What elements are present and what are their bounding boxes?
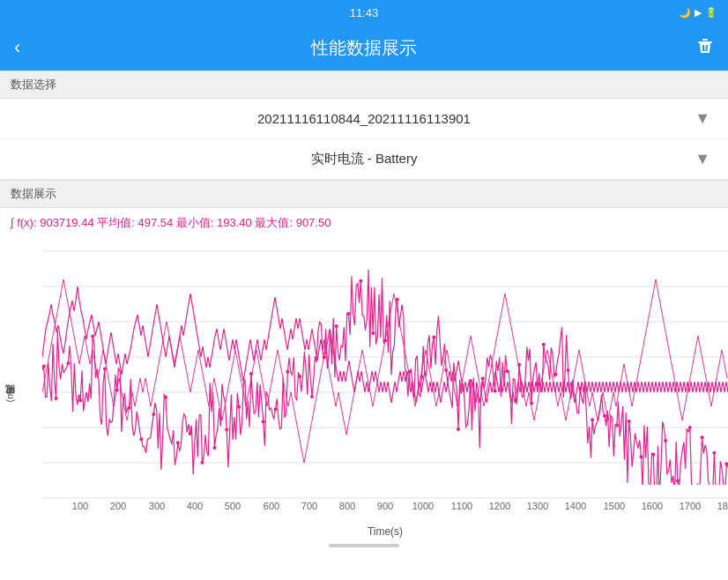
svg-point-53 xyxy=(237,405,241,409)
svg-rect-0 xyxy=(698,41,712,43)
svg-point-56 xyxy=(274,407,278,411)
scroll-indicator xyxy=(0,538,728,554)
svg-point-68 xyxy=(420,376,424,379)
svg-point-59 xyxy=(310,395,314,398)
svg-point-39 xyxy=(66,361,70,365)
svg-point-65 xyxy=(383,338,387,342)
wifi-icon: ▶ xyxy=(695,7,702,19)
svg-point-91 xyxy=(701,435,704,439)
dataset-dropdown[interactable]: 20211116110844_20211116113901 ▼ xyxy=(0,99,728,139)
svg-point-63 xyxy=(359,279,362,283)
dropdown1-arrow-icon: ▼ xyxy=(695,109,710,128)
svg-point-87 xyxy=(651,453,655,457)
svg-point-66 xyxy=(396,298,399,301)
svg-point-46 xyxy=(152,413,155,416)
svg-text:500: 500 xyxy=(225,501,241,511)
svg-point-45 xyxy=(139,437,143,441)
status-time: 11:43 xyxy=(350,6,379,19)
svg-point-49 xyxy=(189,432,192,435)
svg-point-79 xyxy=(554,373,558,376)
svg-point-92 xyxy=(712,451,716,455)
page-title: 性能数据展示 xyxy=(311,36,417,60)
stats-row: ∫ f(x): 903719.44 平均值: 497.54 最小值: 193.4… xyxy=(0,208,728,238)
svg-point-72 xyxy=(469,379,472,383)
dropdown2-arrow-icon: ▼ xyxy=(695,150,710,168)
svg-point-44 xyxy=(128,406,131,410)
delete-button[interactable] xyxy=(696,37,714,59)
svg-point-74 xyxy=(494,390,497,393)
svg-point-81 xyxy=(578,387,582,390)
data-display-section-label: 数据展示 xyxy=(0,180,728,208)
svg-point-73 xyxy=(481,376,485,380)
svg-point-48 xyxy=(176,441,180,444)
svg-point-90 xyxy=(688,426,692,429)
svg-point-37 xyxy=(42,365,46,368)
svg-point-55 xyxy=(262,420,265,424)
svg-point-38 xyxy=(55,397,58,400)
svg-point-83 xyxy=(603,414,606,418)
battery-icon: 🔋 xyxy=(705,7,717,19)
svg-point-52 xyxy=(225,428,228,432)
x-axis-label: Time(s) xyxy=(42,524,728,538)
svg-text:100: 100 xyxy=(72,501,88,511)
svg-text:1100: 1100 xyxy=(451,501,472,511)
svg-point-80 xyxy=(567,368,570,372)
chart-container: 实时电流(m) 900 800 700 600 500 400 300 200 xyxy=(0,238,728,538)
svg-point-64 xyxy=(371,331,375,335)
svg-text:1700: 1700 xyxy=(680,501,701,511)
svg-point-50 xyxy=(201,461,204,465)
back-button[interactable]: ‹ xyxy=(14,36,20,59)
y-axis-label: 实时电流(m) xyxy=(4,388,17,403)
status-icons: 🌙 ▶ 🔋 xyxy=(679,7,717,19)
svg-text:200: 200 xyxy=(110,501,126,511)
svg-point-77 xyxy=(530,402,533,405)
svg-point-58 xyxy=(298,375,301,378)
svg-point-82 xyxy=(591,418,594,421)
svg-point-51 xyxy=(212,446,216,450)
svg-point-70 xyxy=(444,368,448,372)
svg-point-47 xyxy=(164,396,167,399)
svg-point-89 xyxy=(676,480,680,483)
svg-rect-1 xyxy=(702,39,708,41)
svg-text:1200: 1200 xyxy=(489,501,510,511)
data-select-section-label: 数据选择 xyxy=(0,71,728,99)
svg-text:600: 600 xyxy=(264,501,279,511)
svg-point-61 xyxy=(335,324,338,328)
svg-point-54 xyxy=(249,372,253,376)
svg-point-85 xyxy=(628,420,631,423)
svg-point-76 xyxy=(517,363,521,367)
scroll-bar[interactable] xyxy=(329,544,399,547)
svg-point-75 xyxy=(505,369,509,373)
svg-point-62 xyxy=(347,312,351,316)
chart-svg: 900 800 700 600 500 400 300 200 100 200 … xyxy=(42,238,728,511)
status-bar: 11:43 🌙 ▶ 🔋 xyxy=(0,0,728,25)
svg-point-67 xyxy=(408,370,412,374)
svg-point-57 xyxy=(286,370,289,374)
svg-point-84 xyxy=(615,424,619,428)
svg-point-88 xyxy=(664,439,667,442)
svg-text:1300: 1300 xyxy=(527,501,548,511)
svg-point-71 xyxy=(457,428,460,431)
svg-text:400: 400 xyxy=(187,501,203,511)
svg-point-69 xyxy=(432,336,435,339)
svg-text:700: 700 xyxy=(301,501,317,511)
svg-point-43 xyxy=(115,389,119,392)
svg-text:800: 800 xyxy=(339,501,355,511)
svg-text:1500: 1500 xyxy=(604,501,625,511)
svg-text:1400: 1400 xyxy=(565,501,586,511)
svg-point-40 xyxy=(78,398,82,402)
dataset-value: 20211116110844_20211116113901 xyxy=(257,111,471,126)
svg-point-42 xyxy=(103,368,107,371)
svg-text:900: 900 xyxy=(377,501,393,511)
svg-text:1800: 1800 xyxy=(717,501,728,511)
svg-text:1600: 1600 xyxy=(642,501,663,511)
svg-point-78 xyxy=(542,343,546,346)
metric-dropdown[interactable]: 实时电流 - Battery ▼ xyxy=(0,139,728,180)
svg-text:1000: 1000 xyxy=(412,501,434,511)
svg-point-60 xyxy=(323,355,326,359)
header: ‹ 性能数据展示 xyxy=(0,25,728,71)
svg-point-41 xyxy=(91,334,94,338)
svg-text:300: 300 xyxy=(149,501,165,511)
moon-icon: 🌙 xyxy=(679,7,691,19)
metric-value: 实时电流 - Battery xyxy=(311,151,418,167)
